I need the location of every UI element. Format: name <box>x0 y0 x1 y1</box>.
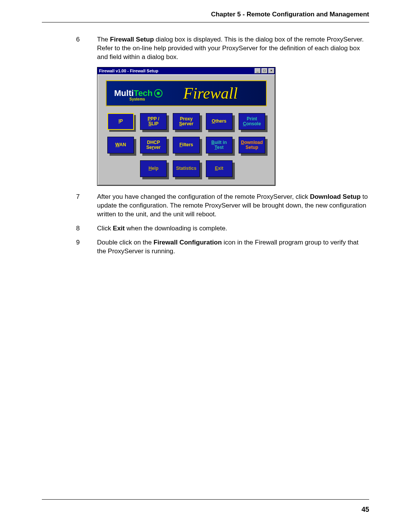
firewall-banner: MultiTech Systems Firewall <box>106 80 267 106</box>
filters-button[interactable]: Filters <box>173 137 199 153</box>
firewall-window: Firewall v1.00 - Firewall Setup _ □ × Mu… <box>97 67 276 186</box>
dialog-title: Firewall v1.00 - Firewall Setup <box>99 69 158 73</box>
step-6: 6 The Firewall Setup dialog box is displ… <box>42 35 369 62</box>
help-button[interactable]: Help <box>140 160 167 177</box>
download-setup-button[interactable]: Download Setup <box>239 137 265 153</box>
step-number: 8 <box>76 224 97 233</box>
dhcp-server-button[interactable]: DHCP Server <box>140 137 167 153</box>
exit-button[interactable]: Exit <box>206 160 233 177</box>
page-footer: 45 <box>42 499 369 514</box>
close-button[interactable]: × <box>268 68 274 73</box>
chapter-header: Chapter 5 - Remote Configuration and Man… <box>42 11 369 22</box>
dialog-titlebar: Firewall v1.00 - Firewall Setup _ □ × <box>97 67 275 74</box>
minimize-button[interactable]: _ <box>255 68 261 73</box>
page-number: 45 <box>362 506 369 513</box>
firewall-banner-title: Firewall <box>162 84 255 102</box>
logo-circle-icon <box>154 89 162 97</box>
maximize-button[interactable]: □ <box>261 68 268 73</box>
step-text: After you have changed the configuration… <box>97 193 369 219</box>
button-grid: IP PPP / SLIP Proxy Server Others Print <box>106 113 267 177</box>
firewall-setup-screenshot: Firewall v1.00 - Firewall Setup _ □ × Mu… <box>97 67 369 186</box>
multitech-logo: MultiTech <box>114 89 162 97</box>
statistics-button[interactable]: Statistics <box>173 160 199 177</box>
others-button[interactable]: Others <box>206 113 233 130</box>
print-console-button[interactable]: Print Console <box>239 113 265 130</box>
step-text: Click Exit when the downloading is compl… <box>97 224 369 233</box>
step-number: 6 <box>76 35 97 62</box>
step-7: 7 After you have changed the configurati… <box>42 193 369 219</box>
ip-button[interactable]: IP <box>107 113 134 130</box>
step-8: 8 Click Exit when the downloading is com… <box>42 224 369 233</box>
systems-label: Systems <box>129 97 145 101</box>
built-in-test-button[interactable]: Built in Test <box>206 137 233 153</box>
step-text: Double click on the Firewall Configurati… <box>97 238 369 256</box>
step-text: The Firewall Setup dialog box is display… <box>97 35 369 62</box>
proxy-server-button[interactable]: Proxy Server <box>173 113 199 130</box>
ppp-slip-button[interactable]: PPP / SLIP <box>140 113 167 130</box>
step-number: 9 <box>76 238 97 256</box>
step-9: 9 Double click on the Firewall Configura… <box>42 238 369 256</box>
step-number: 7 <box>76 193 97 219</box>
wan-button[interactable]: WAN <box>107 137 134 153</box>
